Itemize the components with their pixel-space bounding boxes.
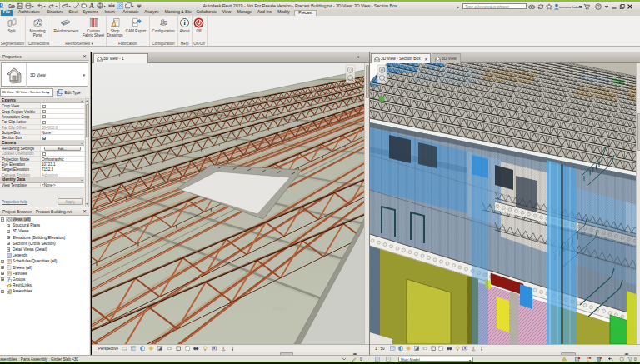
- expand-icon[interactable]: +: [1, 277, 4, 281]
- property-value[interactable]: [40, 103, 85, 107]
- scroll-thumb[interactable]: [86, 104, 89, 137]
- tree-item-3d-views[interactable]: +3D Views: [0, 228, 89, 234]
- ribbon-panel-label[interactable]: Fabrication: [107, 42, 149, 46]
- maximize-icon[interactable]: [618, 3, 625, 10]
- properties-close-icon[interactable]: ✕: [82, 52, 87, 62]
- instance-selector-caret-icon[interactable]: ▾: [48, 91, 49, 95]
- tree-item-schedules-quantities-all-[interactable]: +Schedules/Quantities (all): [0, 258, 89, 264]
- property-value[interactable]: [40, 109, 85, 113]
- right-3d-scene[interactable]: [370, 63, 636, 344]
- ribbon-button-cam-export[interactable]: CAMCAM Export: [124, 17, 148, 33]
- ribbon-button-shop-drawings[interactable]: Shop Drawings: [103, 17, 127, 37]
- revit-logo[interactable]: R: [0, 2, 5, 10]
- exchange-apps-icon[interactable]: [538, 3, 544, 10]
- ribbon-panel-label[interactable]: Segmentation: [0, 42, 25, 46]
- print-icon[interactable]: [25, 2, 32, 9]
- default-3d-view-icon[interactable]: [97, 2, 103, 9]
- tree-item-families[interactable]: +Families: [0, 271, 89, 277]
- checkbox-unchecked[interactable]: [42, 152, 46, 156]
- undo-icon[interactable]: [37, 2, 43, 9]
- ribbon-panel-label[interactable]: On/Off: [192, 42, 207, 46]
- favorites-star-icon[interactable]: [546, 3, 552, 10]
- open-icon[interactable]: [8, 2, 15, 9]
- instance-selector[interactable]: 3D View: 3D View - Section Box: [0, 88, 53, 97]
- ribbon-button-mounting-parts[interactable]: Mounting Parts: [26, 17, 49, 37]
- qat-dropdown-caret-icon[interactable]: ▾: [69, 5, 72, 8]
- vscroll-thumb[interactable]: [638, 113, 640, 151]
- right-scale-label[interactable]: 1 : 50: [375, 347, 385, 351]
- app-store-cart-icon[interactable]: [583, 3, 590, 10]
- help-icon[interactable]: ?: [595, 3, 602, 10]
- property-value[interactable]: 304800.0: [40, 125, 85, 129]
- property-value[interactable]: None: [40, 130, 85, 134]
- qat-dropdown-caret-icon[interactable]: ▾: [104, 5, 108, 8]
- signed-in-user[interactable]: tomasz.fudala: [559, 5, 582, 9]
- checkbox-unchecked[interactable]: [42, 110, 46, 113]
- expand-icon[interactable]: +: [1, 290, 4, 293]
- property-value[interactable]: Adjusting: [40, 172, 85, 177]
- thin-lines-icon[interactable]: [117, 2, 123, 9]
- expand-icon[interactable]: +: [7, 230, 10, 233]
- type-selector-caret-icon[interactable]: ▾: [82, 72, 85, 77]
- ribbon-button-split[interactable]: Split: [0, 17, 23, 33]
- tree-item-structural-plans[interactable]: +Structural Plans: [0, 222, 89, 228]
- expand-icon[interactable]: +: [7, 236, 10, 239]
- ribbon-button-reinforcement[interactable]: Reinforcement: [54, 17, 78, 33]
- checkbox-unchecked[interactable]: [42, 121, 46, 124]
- edit-type-button[interactable]: Edit Type: [56, 89, 88, 97]
- save-icon[interactable]: [17, 2, 23, 9]
- tree-item-revit-links[interactable]: Revit Links: [0, 282, 89, 288]
- checkbox-unchecked[interactable]: [42, 115, 46, 118]
- view-tab-3d-view-1[interactable]: 3D View - 1: [93, 53, 148, 63]
- checkbox-checked[interactable]: [42, 137, 46, 140]
- edit-rendering-settings-button[interactable]: Edit...: [44, 147, 81, 151]
- help-caret-icon[interactable]: [603, 3, 610, 10]
- aligned-dimension-icon[interactable]: [73, 2, 80, 9]
- tag-icon[interactable]: [81, 2, 88, 9]
- property-value[interactable]: [40, 114, 85, 118]
- type-selector[interactable]: 3D View ▾: [1, 62, 88, 87]
- tab-list-caret-icon[interactable]: ▾: [358, 55, 359, 59]
- search-binoculars-icon[interactable]: [528, 3, 535, 10]
- tree-item-assemblies[interactable]: +Assemblies: [0, 288, 89, 294]
- switch-windows-icon[interactable]: [125, 2, 132, 9]
- qat-dropdown-caret-icon[interactable]: ▾: [56, 5, 59, 8]
- left-scale-label[interactable]: Perspective: [98, 347, 118, 351]
- right-vscroll[interactable]: [636, 63, 640, 344]
- ribbon-button-configuration[interactable]: Configuration: [152, 17, 175, 33]
- ribbon-button-custom-fabric-sheet[interactable]: Custom Fabric Sheet: [82, 17, 105, 37]
- tree-item-sections-cross-section-[interactable]: +Sections (Cross Section): [0, 241, 89, 247]
- tree-item-sheets-all-[interactable]: +Sheets (all): [0, 265, 89, 271]
- search-input[interactable]: Type a keyword or phrase: [462, 3, 527, 10]
- expand-icon[interactable]: +: [7, 224, 10, 227]
- section-icon[interactable]: [108, 2, 115, 9]
- collapse-icon[interactable]: −: [1, 217, 4, 221]
- ribbon-panel-label[interactable]: Connections: [26, 42, 52, 46]
- property-value[interactable]: [40, 152, 85, 156]
- property-value[interactable]: 7152.3: [40, 167, 85, 172]
- tree-item-detail-views-detail-[interactable]: +Detail Views (Detail): [0, 247, 89, 252]
- ribbon-panel-label[interactable]: Configuration: [150, 42, 178, 46]
- left-3d-scene[interactable]: [92, 63, 364, 344]
- view-tab-3d-section-box[interactable]: 3D View - Section Box ✕: [371, 53, 431, 63]
- expand-icon[interactable]: +: [7, 247, 10, 251]
- measure-icon[interactable]: [62, 2, 68, 9]
- expand-icon[interactable]: +: [7, 242, 10, 245]
- properties-scrollbar[interactable]: ▲▼: [85, 98, 90, 207]
- redo-icon[interactable]: [48, 2, 55, 9]
- properties-help-link[interactable]: Properties help: [2, 200, 28, 204]
- expand-icon[interactable]: +: [1, 272, 4, 275]
- tree-item-views-all-[interactable]: −Views (all): [0, 217, 89, 222]
- expand-icon[interactable]: +: [1, 260, 4, 263]
- property-value[interactable]: 10723.1: [40, 162, 85, 166]
- scroll-up-icon[interactable]: ▲: [86, 99, 89, 103]
- tree-item-groups[interactable]: +Groups: [0, 277, 89, 282]
- property-value[interactable]: [40, 135, 85, 139]
- tree-item-legends[interactable]: Legends: [0, 252, 89, 258]
- ribbon-panel-label[interactable]: Reinforcement ▾: [52, 42, 106, 46]
- search-collapse-icon[interactable]: ▸: [458, 4, 460, 9]
- expand-icon[interactable]: +: [1, 266, 4, 269]
- ribbon-panel-label[interactable]: Help: [178, 42, 192, 46]
- checkbox-unchecked[interactable]: [42, 105, 46, 108]
- minimize-icon[interactable]: [611, 3, 618, 10]
